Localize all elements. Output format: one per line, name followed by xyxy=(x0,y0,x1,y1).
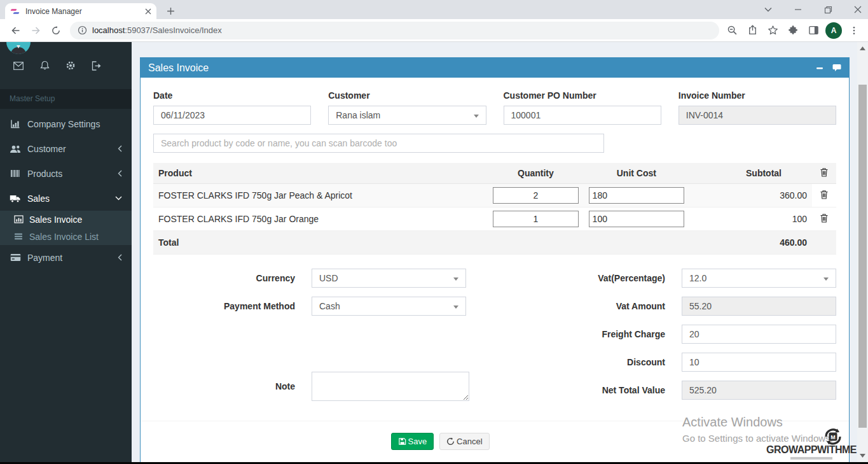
save-floppy-icon xyxy=(398,437,406,446)
subtotal-cell: 360.00 xyxy=(689,184,812,207)
customer-select[interactable]: Rana islam xyxy=(328,106,486,125)
customer-label: Customer xyxy=(328,90,486,101)
list-icon xyxy=(13,233,24,240)
reload-icon[interactable] xyxy=(47,22,65,39)
browser-menu-icon[interactable] xyxy=(845,22,863,39)
payment-method-label: Payment Method xyxy=(153,301,295,311)
invoice-items-table: Product Quantity Unit Cost Subtotal xyxy=(153,163,836,255)
invoice-number-label: Invoice Number xyxy=(679,90,836,101)
sidebar-subitem-label: Sales Invoice xyxy=(29,214,82,225)
sidebar-item-products[interactable]: Products xyxy=(0,161,132,186)
total-value: 460.00 xyxy=(689,231,812,255)
share-icon[interactable] xyxy=(743,22,761,39)
totals-right-column: Vat(Percentage) 12.0 Vat Amount Freight … xyxy=(523,269,836,410)
tab-search-icon[interactable] xyxy=(762,3,775,16)
table-row: FOSTER CLARKS IFD 750g Jar Orange 100 xyxy=(153,207,836,231)
sidebar-menu: Company Settings Customer Products xyxy=(0,111,132,270)
sidebar-item-sales-invoice-list[interactable]: Sales Invoice List xyxy=(0,228,132,245)
delete-all-header xyxy=(812,163,836,184)
sidebar-item-company-settings[interactable]: Company Settings xyxy=(0,111,132,136)
unit-cost-input[interactable] xyxy=(589,187,684,204)
scroll-down-icon[interactable] xyxy=(857,451,868,461)
address-bar[interactable]: localhost:59037/SalesInvoice/Index xyxy=(70,22,719,39)
collapse-minus-icon[interactable] xyxy=(815,64,824,73)
chevron-left-icon xyxy=(118,170,122,177)
sales-invoice-box: Sales Invoice Date xyxy=(140,57,850,462)
scroll-up-icon[interactable] xyxy=(857,43,868,53)
notifications-bell-icon[interactable] xyxy=(39,60,50,71)
table-total-row: Total 460.00 xyxy=(153,231,836,255)
quantity-input[interactable] xyxy=(493,211,578,227)
vat-percentage-label: Vat(Percentage) xyxy=(523,273,665,283)
currency-label: Currency xyxy=(153,273,295,283)
sidebar-item-label: Company Settings xyxy=(27,119,100,129)
discount-input[interactable] xyxy=(682,353,836,372)
tab-close-icon[interactable] xyxy=(145,8,151,15)
side-panel-icon[interactable] xyxy=(804,22,822,39)
date-input[interactable] xyxy=(153,106,311,125)
currency-select-value: USD xyxy=(319,273,338,283)
caret-down-icon xyxy=(453,306,458,309)
currency-select[interactable]: USD xyxy=(312,269,466,288)
quantity-input[interactable] xyxy=(493,187,578,204)
product-cell: FOSTER CLARKS IFD 750g Jar Orange xyxy=(153,207,488,231)
bar-chart-icon xyxy=(10,119,21,129)
new-tab-button[interactable] xyxy=(163,3,178,18)
save-button[interactable]: Save xyxy=(391,433,434,450)
sidebar-item-customer[interactable]: Customer xyxy=(0,136,132,161)
payment-method-select[interactable]: Cash xyxy=(312,297,466,316)
chevron-left-icon xyxy=(118,145,122,152)
unit-cost-input[interactable] xyxy=(589,211,684,227)
browser-tab[interactable]: Invoice Manager xyxy=(5,3,156,19)
quantity-header: Quantity xyxy=(488,163,583,184)
freight-charge-label: Freight Charge xyxy=(523,329,665,339)
truck-icon xyxy=(10,194,21,203)
customer-po-label: Customer PO Number xyxy=(504,90,661,101)
customer-po-input[interactable] xyxy=(504,106,661,125)
chevron-left-icon xyxy=(118,254,122,261)
window-restore-button[interactable] xyxy=(822,3,834,16)
back-icon[interactable] xyxy=(6,22,24,39)
settings-gear-icon[interactable] xyxy=(65,60,76,71)
caret-down-icon xyxy=(474,115,479,118)
product-search-input[interactable] xyxy=(153,134,604,153)
caret-down-icon xyxy=(823,278,829,281)
scrollbar-thumb[interactable] xyxy=(858,85,867,428)
sidebar-item-payment[interactable]: Payment xyxy=(0,245,132,270)
chat-bubble-icon[interactable] xyxy=(832,64,841,73)
profile-avatar[interactable]: A xyxy=(825,22,843,39)
mail-icon[interactable] xyxy=(13,60,24,71)
bookmark-star-icon[interactable] xyxy=(764,22,782,39)
tab-favicon-icon xyxy=(10,6,20,17)
forward-icon[interactable] xyxy=(27,22,45,39)
users-icon xyxy=(10,144,21,153)
window-minimize-button[interactable] xyxy=(792,3,804,16)
page-info-icon[interactable] xyxy=(78,25,87,35)
app-sidebar: Master Setup Company Settings Customer xyxy=(0,42,132,462)
invoice-number-input xyxy=(679,106,836,125)
net-total-input xyxy=(682,381,836,400)
credit-card-icon xyxy=(10,253,21,262)
sidebar-subitem-label: Sales Invoice List xyxy=(29,232,99,242)
trash-icon[interactable] xyxy=(820,190,829,201)
chart-bars-icon xyxy=(13,215,24,223)
sidebar-item-sales[interactable]: Sales xyxy=(0,186,132,211)
freight-charge-input[interactable] xyxy=(682,325,836,344)
box-header: Sales Invoice xyxy=(141,58,849,78)
sidebar-quick-icons xyxy=(13,60,102,71)
net-total-label: Net Total Value xyxy=(523,385,665,395)
customer-select-value: Rana islam xyxy=(336,110,380,120)
sidebar-item-sales-invoice[interactable]: Sales Invoice xyxy=(0,211,132,228)
trash-icon[interactable] xyxy=(820,167,829,179)
note-textarea[interactable] xyxy=(312,372,469,401)
cancel-button[interactable]: Cancel xyxy=(439,433,489,450)
vat-percentage-select[interactable]: 12.0 xyxy=(682,269,836,288)
extensions-icon[interactable] xyxy=(784,22,802,39)
sign-out-icon[interactable] xyxy=(92,60,102,71)
sidebar-item-label: Payment xyxy=(27,253,62,263)
zoom-icon[interactable] xyxy=(723,22,741,39)
page-scrollbar xyxy=(857,42,868,462)
trash-icon[interactable] xyxy=(820,213,829,225)
window-close-button[interactable] xyxy=(851,3,864,16)
sales-submenu: Sales Invoice Sales Invoice List xyxy=(0,211,132,245)
